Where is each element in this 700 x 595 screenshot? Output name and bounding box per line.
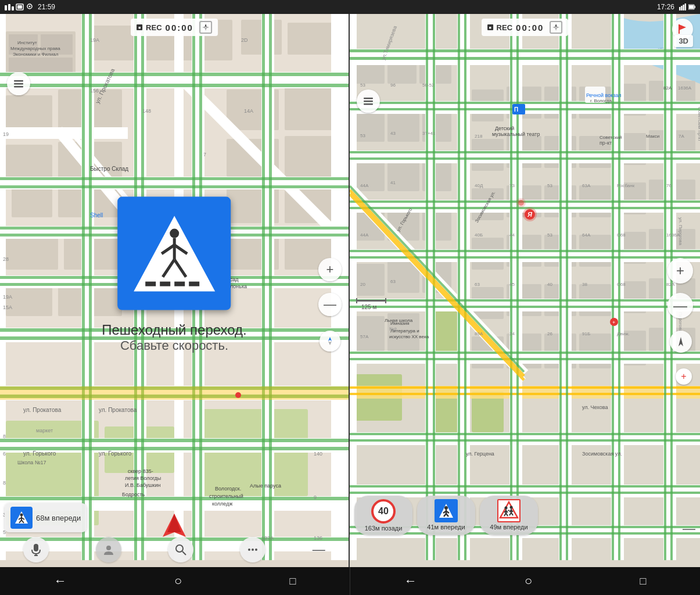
- navigation-icon: [325, 336, 335, 346]
- svg-point-373: [444, 506, 448, 510]
- search-button[interactable]: [168, 537, 193, 562]
- svg-marker-153: [328, 337, 332, 341]
- status-bar: 21:59 17:26: [0, 0, 700, 14]
- svg-text:Советский: Советский: [600, 135, 622, 140]
- layers-button-right[interactable]: [357, 89, 380, 113]
- svg-rect-60: [331, 14, 349, 560]
- svg-text:156: 156: [90, 88, 99, 94]
- svg-marker-365: [556, 26, 559, 28]
- svg-text:ул. Герцена: ул. Герцена: [466, 451, 494, 457]
- compass-button-left[interactable]: [320, 331, 340, 352]
- svg-text:24: 24: [509, 331, 515, 336]
- svg-text:64A: 64A: [582, 232, 591, 238]
- svg-text:Быстро Склад: Быстро Склад: [90, 166, 128, 172]
- zoom-in-button-right[interactable]: +: [667, 258, 693, 284]
- compass-icon-left[interactable]: [199, 21, 212, 34]
- svg-rect-188: [356, 316, 385, 351]
- svg-text:38: 38: [582, 282, 587, 287]
- svg-text:44: 44: [509, 232, 515, 238]
- navigation-button-right[interactable]: [670, 331, 692, 353]
- svg-point-380: [505, 507, 508, 510]
- svg-rect-252: [350, 57, 700, 60]
- svg-text:Бодрость: Бодрость: [122, 492, 145, 497]
- avatar-button-left[interactable]: [96, 537, 121, 562]
- svg-text:14A: 14A: [244, 108, 253, 114]
- rec-stop-icon-right: ■: [487, 24, 493, 30]
- sign-text-line1: Пешеходный переход.: [102, 322, 247, 338]
- svg-marker-138: [206, 26, 209, 28]
- svg-rect-7: [679, 7, 681, 10]
- svg-text:44A: 44A: [360, 183, 369, 188]
- svg-text:63A: 63A: [582, 183, 591, 188]
- menu-button[interactable]: [240, 537, 265, 562]
- battery-icon: [688, 3, 695, 10]
- svg-rect-149: [145, 281, 156, 286]
- rec-bar-left[interactable]: ■ REC 00:00: [131, 19, 218, 36]
- svg-text:20: 20: [360, 282, 365, 287]
- android-nav-left: ← ○ □: [0, 574, 350, 589]
- svg-text:9: 9: [314, 494, 317, 500]
- bottom-signs-row: 40 163м позади: [350, 496, 700, 535]
- add-point-button[interactable]: +: [676, 368, 692, 385]
- svg-text:Shell: Shell: [90, 212, 103, 218]
- rec-bar-right[interactable]: ■ REC 00:00: [482, 19, 569, 36]
- svg-rect-4: [17, 5, 22, 9]
- zoom-out-button-right[interactable]: —: [667, 293, 693, 318]
- rec-time-left: 00:00: [166, 23, 193, 33]
- layers-button-left[interactable]: [7, 72, 30, 95]
- zoom-out-icon-right: —: [673, 299, 687, 313]
- recents-button[interactable]: □: [289, 575, 296, 587]
- svg-rect-264: [350, 358, 700, 360]
- svg-text:Макси: Макси: [646, 134, 659, 139]
- pedestrian-sign-svg: [128, 207, 221, 300]
- svg-rect-284: [670, 14, 673, 560]
- right-map-bg: р. Вологда: [350, 14, 700, 567]
- svg-point-143: [170, 228, 179, 238]
- back-button[interactable]: ←: [54, 574, 67, 589]
- svg-rect-77: [0, 439, 349, 442]
- svg-text:Движ.: Движ.: [617, 331, 630, 336]
- zoom-out-button-left[interactable]: —: [318, 293, 342, 316]
- zoom-in-button-left[interactable]: +: [318, 258, 342, 281]
- svg-rect-268: [350, 492, 700, 494]
- svg-rect-279: [559, 14, 562, 560]
- svg-text:Вологодск.: Вологодск.: [215, 486, 241, 492]
- svg-rect-283: [664, 14, 666, 560]
- home-button-right[interactable]: ○: [525, 574, 532, 589]
- svg-text:45: 45: [509, 282, 515, 287]
- svg-rect-151: [174, 281, 185, 286]
- app1-icon: [5, 3, 14, 10]
- svg-rect-87: [262, 14, 265, 560]
- pedestrian-sign-small: [435, 499, 458, 522]
- sign-text-line2: Сбавьте скорость.: [102, 338, 247, 353]
- svg-point-166: [176, 545, 183, 552]
- svg-point-386: [510, 506, 513, 509]
- time-left: 21:59: [38, 3, 55, 11]
- mic-button[interactable]: [23, 537, 49, 562]
- svg-text:53: 53: [360, 83, 365, 88]
- home-button[interactable]: ○: [174, 574, 182, 589]
- status-bar-left: 21:59: [0, 0, 350, 14]
- bottom-notification-left: 68м впереди: [5, 503, 87, 532]
- svg-point-168: [248, 549, 250, 551]
- map-menu-right[interactable]: —: [683, 522, 695, 535]
- right-map-svg: р. Вологда: [350, 14, 700, 560]
- svg-rect-266: [350, 439, 700, 442]
- distance-text-left: 68м впереди: [36, 514, 81, 522]
- svg-rect-356: [357, 300, 386, 302]
- svg-point-111: [235, 392, 241, 398]
- recents-button-right[interactable]: □: [640, 575, 646, 587]
- back-button-right[interactable]: ←: [404, 574, 417, 589]
- compass-icon-right[interactable]: [550, 21, 562, 34]
- svg-text:148: 148: [142, 108, 151, 114]
- svg-rect-13: [689, 5, 694, 9]
- right-panel: р. Вологда: [350, 14, 700, 567]
- svg-rect-256: [350, 157, 700, 160]
- svg-text:53: 53: [360, 133, 365, 138]
- 3d-badge[interactable]: 3D: [674, 35, 693, 47]
- speed-sign-pill: 40 163м позади: [354, 496, 412, 535]
- svg-text:7A: 7A: [679, 134, 684, 139]
- svg-text:№2: №2: [389, 327, 397, 332]
- svg-point-156: [20, 514, 23, 517]
- svg-rect-82: [89, 14, 92, 560]
